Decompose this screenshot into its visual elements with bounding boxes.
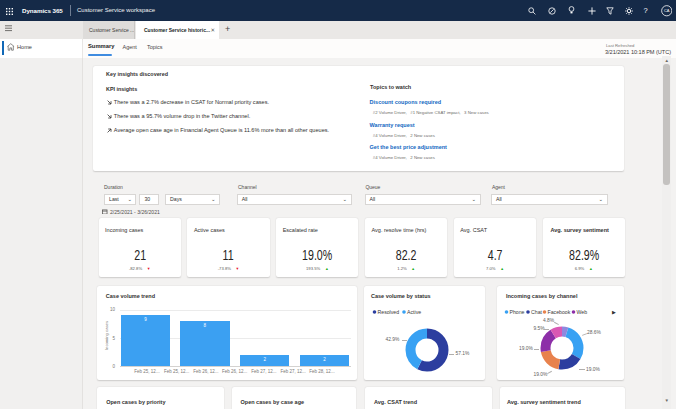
svg-text:Chat: Chat	[531, 309, 543, 315]
svg-text:Facebook: Facebook	[547, 309, 570, 315]
svg-text:Phone: Phone	[509, 309, 524, 315]
svg-text:Resolved: Resolved	[377, 309, 399, 315]
svg-text:CA: CA	[663, 8, 669, 13]
svg-text:Active: Active	[407, 309, 421, 315]
svg-text:Web: Web	[576, 309, 587, 315]
